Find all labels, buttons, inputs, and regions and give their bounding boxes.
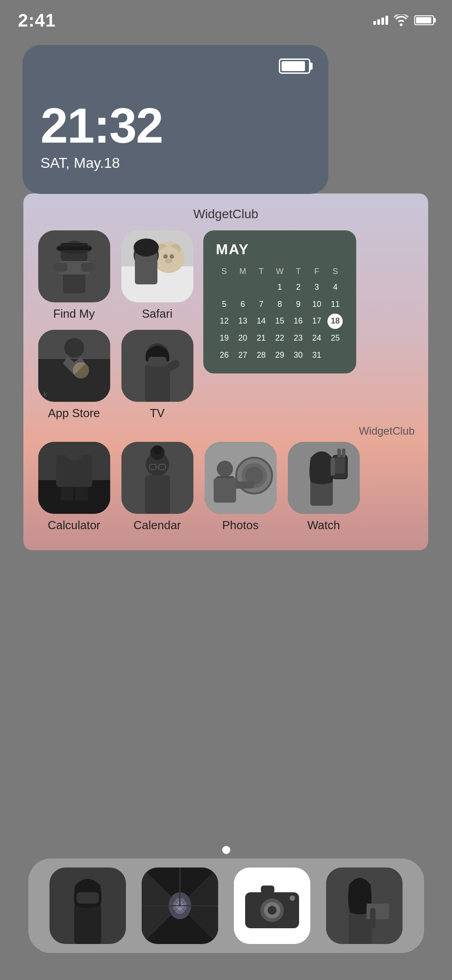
cal-day-15[interactable]: 15 xyxy=(271,314,288,329)
svg-rect-70 xyxy=(337,449,341,458)
tv-app[interactable]: TV xyxy=(120,330,194,420)
find-my-app[interactable]: Find My xyxy=(37,230,111,321)
cal-day-29[interactable]: 29 xyxy=(271,348,288,363)
cal-day-24[interactable]: 24 xyxy=(309,331,325,346)
svg-point-21 xyxy=(134,238,159,256)
cal-day-23[interactable]: 23 xyxy=(290,331,307,346)
svg-rect-33 xyxy=(145,365,170,402)
dock-item-camera[interactable] xyxy=(234,868,310,944)
calendar-icon[interactable] xyxy=(121,442,193,514)
cal-day-13[interactable]: 13 xyxy=(234,314,251,329)
cal-day-20[interactable]: 20 xyxy=(234,331,251,346)
cal-day-5[interactable]: 5 xyxy=(216,297,233,312)
battery-fill xyxy=(416,17,431,23)
signal-bars-icon xyxy=(373,16,388,25)
calendar-month: MAY xyxy=(216,241,344,258)
cal-day-14[interactable]: 14 xyxy=(253,314,269,329)
cal-empty-4 xyxy=(327,348,344,363)
cal-header-f: F xyxy=(309,265,325,278)
watch-battery-fill xyxy=(282,61,305,71)
watch-widget: 21:32 SAT, May.18 xyxy=(22,45,328,194)
cal-day-10[interactable]: 10 xyxy=(309,297,325,312)
watch-date: SAT, May.18 xyxy=(40,155,310,171)
svg-rect-62 xyxy=(214,478,236,503)
cal-day-4[interactable]: 4 xyxy=(327,280,344,295)
app-row-1: Find My xyxy=(37,230,415,420)
cal-day-11[interactable]: 11 xyxy=(327,297,344,312)
status-icons xyxy=(373,14,434,26)
cal-day-1[interactable]: 1 xyxy=(271,280,288,295)
cal-day-28[interactable]: 28 xyxy=(253,348,269,363)
app-row-2: Calculator Cal xyxy=(37,442,415,532)
cal-header-s2: S xyxy=(327,265,344,278)
dock xyxy=(28,859,424,953)
svg-point-18 xyxy=(165,259,172,263)
cal-day-17[interactable]: 17 xyxy=(309,314,325,329)
cal-day-25[interactable]: 25 xyxy=(327,331,344,346)
svg-point-59 xyxy=(217,461,233,477)
photos-app[interactable]: Photos xyxy=(203,442,277,532)
cal-day-9[interactable]: 9 xyxy=(290,297,307,312)
dock-item-2[interactable] xyxy=(142,868,218,944)
svg-rect-35 xyxy=(148,357,166,367)
cal-empty-2 xyxy=(234,280,251,295)
cal-header-t1: T xyxy=(253,265,269,278)
cal-day-2[interactable]: 2 xyxy=(290,280,307,295)
cal-day-31[interactable]: 31 xyxy=(309,348,325,363)
status-time: 2:41 xyxy=(18,10,56,31)
safari-icon[interactable] xyxy=(121,230,193,302)
app-pair-2: k App Store xyxy=(37,330,194,420)
calendar-label: Calendar xyxy=(134,518,181,532)
calculator-icon[interactable] xyxy=(38,442,110,514)
svg-rect-71 xyxy=(342,449,345,458)
widgetclub-header-label: WidgetClub xyxy=(37,207,415,221)
svg-rect-27 xyxy=(63,379,85,402)
cal-day-21[interactable]: 21 xyxy=(253,331,269,346)
svg-rect-69 xyxy=(331,458,335,476)
cal-day-3[interactable]: 3 xyxy=(309,280,325,295)
cal-day-8[interactable]: 8 xyxy=(271,297,288,312)
svg-point-16 xyxy=(163,254,168,259)
svg-point-49 xyxy=(153,445,162,454)
watch-label: Watch xyxy=(307,518,340,532)
svg-rect-7 xyxy=(54,263,67,272)
cal-day-27[interactable]: 27 xyxy=(234,348,251,363)
svg-rect-74 xyxy=(74,904,101,944)
cal-day-12[interactable]: 12 xyxy=(216,314,233,329)
svg-point-15 xyxy=(157,247,180,270)
widgetclub-watermark: WidgetClub xyxy=(37,425,415,437)
cal-day-30[interactable]: 30 xyxy=(290,348,307,363)
cal-header-w: W xyxy=(271,265,288,278)
app-pair-1: Find My xyxy=(37,230,194,321)
svg-rect-75 xyxy=(76,892,99,904)
photos-label: Photos xyxy=(222,518,259,532)
cal-day-7[interactable]: 7 xyxy=(253,297,269,312)
cal-day-16[interactable]: 16 xyxy=(290,314,307,329)
find-my-icon[interactable] xyxy=(38,230,110,302)
app-store-app[interactable]: k App Store xyxy=(37,330,111,420)
cal-day-22[interactable]: 22 xyxy=(271,331,288,346)
tv-icon[interactable] xyxy=(121,330,193,402)
signal-bar-4 xyxy=(385,16,388,25)
dock-item-4[interactable] xyxy=(326,868,403,944)
wifi-icon xyxy=(394,14,409,26)
cal-day-6[interactable]: 6 xyxy=(234,297,251,312)
cal-day-26[interactable]: 26 xyxy=(216,348,233,363)
watch-icon[interactable] xyxy=(288,442,360,514)
cal-empty-1 xyxy=(216,280,233,295)
cal-day-19[interactable]: 19 xyxy=(216,331,233,346)
widgetclub-watermark-label: WidgetClub xyxy=(359,425,415,437)
calendar-grid: S M T W T F S 1 2 3 4 5 6 7 8 9 xyxy=(216,265,344,363)
safari-app[interactable]: Safari xyxy=(120,230,194,321)
dock-item-1[interactable] xyxy=(49,868,126,944)
cal-day-18-today[interactable]: 18 xyxy=(327,314,343,329)
svg-rect-4 xyxy=(57,247,91,250)
watch-app[interactable]: Watch xyxy=(286,442,361,532)
calendar-app[interactable]: Calendar xyxy=(120,442,194,532)
app-store-icon[interactable]: k xyxy=(38,330,110,402)
cal-header-s1: S xyxy=(216,265,233,278)
calculator-app[interactable]: Calculator xyxy=(37,442,111,532)
find-my-label: Find My xyxy=(53,307,94,321)
photos-icon[interactable] xyxy=(205,442,277,514)
signal-bar-3 xyxy=(381,18,384,25)
